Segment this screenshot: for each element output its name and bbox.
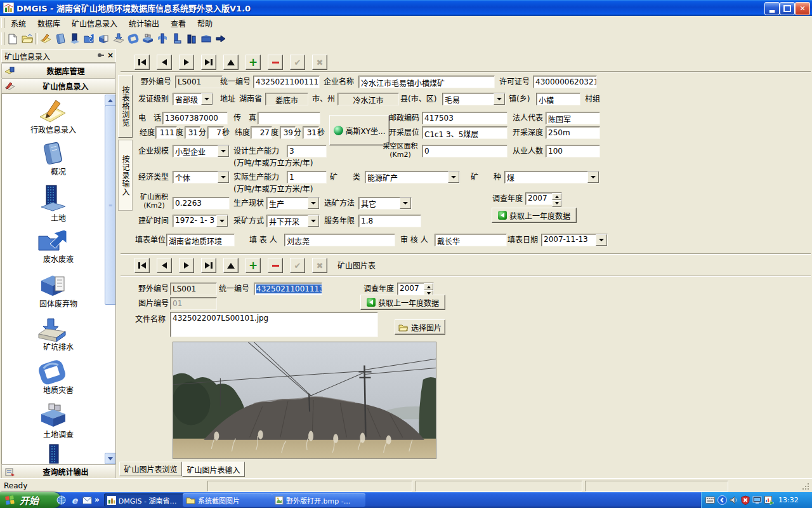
waste-water-icon[interactable] [83, 32, 96, 45]
file-name-field[interactable]: 4325022007LS00101.jpg [170, 312, 378, 337]
company-field[interactable]: 冷水江市毛易镇小横煤矿 [358, 76, 495, 88]
design-capacity-field[interactable]: 3 [287, 145, 327, 157]
get-previous-year-button[interactable]: 获取上一年度数据 [492, 208, 577, 223]
service-years-field[interactable]: 1.8 [358, 215, 421, 227]
menu-mine-info-entry[interactable]: 矿山信息录入 [66, 16, 123, 30]
vtab-table-browse[interactable]: 按表格浏览 [118, 75, 133, 138]
quick-launch-chevron-icon[interactable]: » [95, 495, 100, 504]
internet-explorer-icon[interactable]: e [69, 495, 80, 505]
sidebar-item-land-survey[interactable]: 土地调查 [23, 431, 93, 440]
keyboard-icon[interactable] [705, 497, 715, 504]
resize-grip[interactable] [802, 483, 810, 491]
sidebar-group-mine-entry[interactable]: 矿山信息录入 [1, 78, 116, 94]
goaf-area-field[interactable]: 0 [422, 145, 508, 157]
pic-no-field[interactable]: 01 [170, 297, 217, 310]
overview-icon[interactable] [54, 32, 67, 45]
nav1-top-button[interactable] [223, 55, 239, 70]
admin-info-entry-icon[interactable] [39, 32, 52, 45]
tab-picture-table-input[interactable]: 矿山图片表输入 [182, 462, 245, 477]
chart-monitor-icon[interactable] [764, 496, 774, 505]
security-alert-icon[interactable] [741, 495, 750, 505]
field-no-field[interactable]: LS001 [175, 76, 223, 88]
production-status-combo[interactable]: 生产 [266, 197, 320, 210]
sidebar-item-geo-hazard[interactable]: 地质灾害 [23, 386, 93, 396]
land-icon[interactable] [69, 32, 81, 45]
pit-drainage-icon[interactable] [112, 32, 125, 45]
sidebar-group-query-output[interactable]: 查询统计输出 [1, 464, 116, 479]
unified-no-field[interactable]: 43250211001113 [253, 76, 320, 88]
nav1-last-button[interactable] [201, 55, 216, 70]
menu-help[interactable]: 帮助 [192, 16, 218, 30]
fax-field[interactable] [258, 112, 320, 124]
nav1-prior-button[interactable] [157, 55, 172, 70]
nav2-cancel-button[interactable]: ✖ [312, 258, 327, 273]
drainage-pump-icon[interactable] [156, 32, 169, 45]
auditor-field[interactable]: 戴长华 [435, 234, 507, 246]
building-partial-icon[interactable] [46, 443, 63, 464]
build-time-combo[interactable]: 1972- 1- 3 [173, 215, 228, 227]
sidebar-item-pit-drainage[interactable]: 矿坑排水 [23, 343, 93, 352]
scrollbar-up-arrow[interactable] [105, 95, 116, 106]
volume-icon[interactable] [730, 496, 738, 504]
tab-picture-table-browse[interactable]: 矿山图片表浏览 [119, 462, 182, 476]
maximize-button[interactable] [780, 2, 795, 15]
new-file-icon[interactable] [6, 32, 19, 45]
dressing-method-combo[interactable]: 其它 [358, 197, 412, 210]
license-field[interactable]: 4300000620321 [533, 76, 597, 88]
nav1-cancel-button[interactable]: ✖ [312, 55, 327, 70]
postcode-field[interactable]: 417503 [422, 112, 508, 124]
geo-hazard-icon[interactable] [39, 359, 68, 386]
nav2-delete-button[interactable] [268, 258, 283, 273]
buildings-icon[interactable] [185, 32, 198, 45]
nav1-first-button[interactable] [134, 55, 150, 70]
sidebar-group-database[interactable]: 数据库管理 [1, 63, 116, 79]
sidebar-item-solid-waste[interactable]: 固体废弃物 [23, 300, 93, 309]
minimize-button[interactable]: ▬ [764, 2, 780, 15]
sidebar-item-waste-water[interactable]: 废水废液 [23, 255, 93, 265]
pit-drainage-icon[interactable] [37, 316, 68, 343]
town-field[interactable]: 小横 [536, 93, 580, 105]
storage-box-icon[interactable] [200, 32, 213, 45]
mining-method-combo[interactable]: 井下开采 [266, 215, 320, 227]
pic-survey-year-spinner[interactable]: 2007 [397, 283, 434, 295]
nav1-insert-button[interactable]: + [246, 55, 261, 70]
display-icon[interactable] [752, 496, 762, 504]
outlook-icon[interactable] [82, 495, 93, 505]
nav2-prior-button[interactable] [157, 258, 172, 273]
globe-icon[interactable] [56, 495, 67, 505]
taskbar-window-screenshots-folder[interactable]: 系统截图图片 [183, 493, 274, 507]
scrollbar-thumb[interactable]: ≡ [105, 105, 116, 305]
actual-capacity-field[interactable]: 1 [287, 171, 327, 184]
menu-view[interactable]: 查看 [165, 16, 192, 30]
lat-deg-field[interactable]: 27 [251, 126, 272, 139]
menu-database[interactable]: 数据库 [32, 16, 66, 30]
vtab-record-input[interactable]: 按记录输入 [118, 140, 133, 211]
nav2-post-button[interactable]: ✔ [290, 258, 305, 273]
economic-type-combo[interactable]: 个体 [173, 171, 230, 184]
column-icon[interactable] [171, 32, 183, 45]
solid-waste-icon[interactable] [98, 32, 110, 45]
nav2-top-button[interactable] [223, 258, 239, 273]
mine-class-combo[interactable]: 能源矿产 [365, 171, 460, 184]
mine-area-field[interactable]: 0.2263 [173, 197, 230, 210]
close-button[interactable]: ✕ [795, 2, 810, 15]
export-icon[interactable] [214, 32, 227, 45]
nav1-post-button[interactable]: ✔ [290, 55, 305, 70]
overview-icon[interactable] [40, 141, 65, 166]
start-button[interactable]: 开始 [0, 492, 61, 508]
sidebar-close-icon[interactable]: × [107, 51, 114, 60]
enterprise-scale-combo[interactable]: 小型企业 [173, 145, 230, 157]
legal-rep-field[interactable]: 陈国军 [546, 112, 600, 124]
lon-deg-field[interactable]: 111 [155, 126, 177, 139]
sidebar-item-overview[interactable]: 概况 [23, 168, 93, 177]
waste-water-icon[interactable] [37, 229, 68, 254]
solid-waste-icon[interactable] [40, 272, 68, 298]
mine-kind-combo[interactable]: 煤 [504, 171, 599, 184]
nav1-next-button[interactable] [179, 55, 194, 70]
mining-depth-field[interactable]: 250m [546, 126, 600, 139]
city2-field[interactable]: 冷水江市 [337, 93, 399, 105]
land-survey-icon[interactable] [40, 403, 68, 429]
nav2-next-button[interactable] [179, 258, 194, 273]
taskbar-window-bmp-file[interactable]: 野外版打开.bmp -... [272, 493, 365, 507]
admin-info-entry-icon[interactable] [39, 98, 68, 124]
